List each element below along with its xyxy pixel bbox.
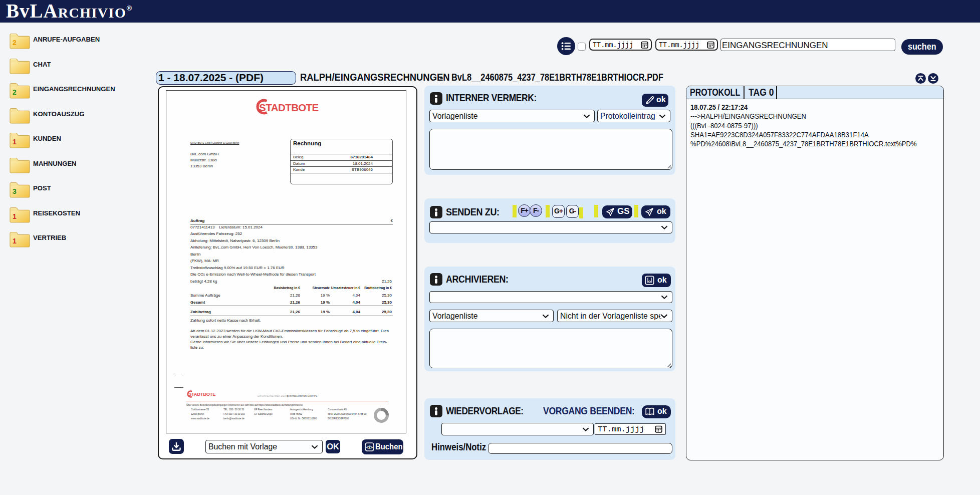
svg-text:</>: </>: [366, 445, 373, 450]
svg-text:STADTBOTE: STADTBOTE: [259, 102, 319, 113]
svg-text:STADTBOTE: STADTBOTE: [188, 392, 215, 397]
